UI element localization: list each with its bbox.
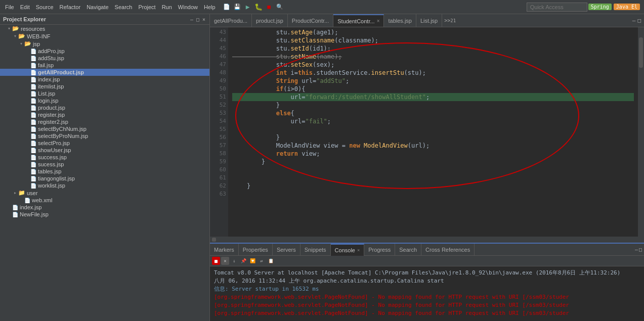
- bottom-tab-progress[interactable]: Progress: [364, 244, 395, 256]
- quick-access-input[interactable]: [527, 3, 587, 12]
- bottom-tabs: MarkersPropertiesServersSnippetsConsole×…: [210, 244, 644, 256]
- editor-tab-5[interactable]: List.jsp: [416, 14, 442, 27]
- console-filter-btn[interactable]: 🔽: [248, 257, 256, 265]
- tree-item-label: register.jsp: [38, 112, 65, 118]
- tab-overflow-btn[interactable]: >>21: [442, 18, 458, 23]
- code-line: stu.setClassname(classname);: [232, 36, 634, 44]
- tree-item-index.jsp-root[interactable]: 📄index.jsp: [0, 204, 209, 211]
- tree-item-user[interactable]: ▸📁user: [0, 189, 209, 197]
- tab-close-btn[interactable]: ×: [377, 18, 380, 24]
- menu-item-refactor[interactable]: Refactor: [57, 3, 84, 11]
- tree-item-worklist.jsp[interactable]: 📄worklist.jsp: [0, 182, 209, 189]
- tree-item-success.jsp[interactable]: 📄success.jsp: [0, 154, 209, 161]
- bottom-tab-snippets[interactable]: Snippets: [300, 244, 331, 256]
- console-pin-btn[interactable]: 📌: [239, 257, 247, 265]
- tree-item-index.jsp[interactable]: 📄index.jsp: [0, 76, 209, 83]
- menu-item-file[interactable]: File: [2, 3, 17, 11]
- tree-item-List.jsp[interactable]: 📄List.jsp: [0, 90, 209, 97]
- editor-tab-4[interactable]: tables.jsp: [384, 14, 416, 27]
- code-content[interactable]: stu.setAge(age1); stu.setClassname(class…: [228, 27, 638, 237]
- console-wrap-btn[interactable]: ⇌: [257, 257, 266, 265]
- bottom-minimize-btn[interactable]: —: [635, 247, 638, 252]
- bottom-tab-markers[interactable]: Markers: [210, 244, 239, 256]
- editor-tab-0[interactable]: getAllProdu...: [210, 14, 252, 27]
- tree-item-itemlist.jsp[interactable]: 📄itemlist.jsp: [0, 83, 209, 90]
- tree-item-web-inf[interactable]: ▾📂WEB-INF: [0, 32, 209, 40]
- tree-item-label: addPro.jsp: [38, 48, 65, 54]
- line-number: 51: [212, 93, 226, 101]
- tree-item-selectPro.jsp[interactable]: 📄selectPro.jsp: [0, 140, 209, 147]
- bottom-maximize-btn[interactable]: □: [639, 247, 642, 252]
- file-icon: 📄: [30, 49, 36, 54]
- console-content: Tomcat v8.0 Server at localhost [Apache …: [210, 266, 644, 321]
- file-icon: 📄: [30, 84, 36, 89]
- horizontal-scrollbar[interactable]: [210, 237, 644, 243]
- tree-item-register2.jsp[interactable]: 📄register2.jsp: [0, 118, 209, 125]
- tree-item-fail.jsp[interactable]: 📄fail.jsp: [0, 62, 209, 69]
- menu-item-edit[interactable]: Edit: [17, 3, 33, 11]
- stop-icon[interactable]: ■: [264, 2, 274, 12]
- menu-item-source[interactable]: Source: [33, 3, 57, 11]
- tree-item-register.jsp[interactable]: 📄register.jsp: [0, 111, 209, 118]
- folder-arrow-icon: ▾: [6, 26, 12, 32]
- tree-item-resources[interactable]: ▾📂resources: [0, 25, 209, 32]
- search-toolbar-icon[interactable]: 🔍: [275, 2, 285, 12]
- tree-item-showUser.jsp[interactable]: 📄showUser.jsp: [0, 147, 209, 154]
- tree-item-NewFile.jsp[interactable]: 📄NewFile.jsp: [0, 211, 209, 218]
- scrollbar-thumb: [639, 37, 643, 68]
- tree-item-label: fail.jsp: [38, 62, 54, 68]
- tree-item-jsp[interactable]: ▾📂jsp: [0, 40, 209, 48]
- sidebar-minimize-btn[interactable]: —: [189, 17, 194, 22]
- sidebar-close-btn[interactable]: ×: [201, 17, 206, 22]
- line-number: 53: [212, 109, 226, 117]
- line-number: 43: [212, 28, 226, 36]
- bottom-tab-servers[interactable]: Servers: [273, 244, 300, 256]
- tab-label: product.jsp: [256, 18, 283, 24]
- tab-maximize-btn[interactable]: □: [636, 17, 642, 24]
- menu-item-window[interactable]: Window: [175, 3, 201, 11]
- new-icon[interactable]: 📄: [222, 2, 232, 12]
- menu-item-help[interactable]: Help: [201, 3, 219, 11]
- console-scroll-btn[interactable]: ↓: [230, 257, 238, 265]
- tree-item-sucess.jsp[interactable]: 📄sucess.jsp: [0, 161, 209, 168]
- tree-item-label: List.jsp: [38, 90, 55, 97]
- editor-area: getAllProdu...product.jspProductContr...…: [210, 14, 644, 243]
- console-line: [org.springframework.web.servlet.PageNot…: [214, 309, 640, 317]
- debug-icon[interactable]: 🐛: [253, 2, 264, 12]
- bottom-tab-properties[interactable]: Properties: [239, 244, 273, 256]
- console-clear-btn[interactable]: ✕: [221, 257, 229, 265]
- editor-scrollbar[interactable]: [638, 27, 644, 237]
- bottom-tab-cross-references[interactable]: Cross References: [421, 244, 475, 256]
- tree-item-web.xml[interactable]: 📄web.xml: [0, 197, 209, 204]
- bottom-tab-close-btn[interactable]: ×: [357, 248, 360, 253]
- console-stop-btn[interactable]: ■: [212, 257, 220, 265]
- tab-minimize-btn[interactable]: —: [631, 17, 637, 24]
- tree-item-tiangonglist.jsp[interactable]: 📄tiangonglist.jsp: [0, 175, 209, 182]
- tree-item-getAllProduct.jsp[interactable]: 📄getAllProduct.jsp: [0, 69, 209, 76]
- file-icon: 📄: [30, 183, 36, 189]
- editor-tab-1[interactable]: product.jsp: [252, 14, 288, 27]
- tree-item-tables.jsp[interactable]: 📄tables.jsp: [0, 168, 209, 175]
- menu-item-search[interactable]: Search: [112, 3, 136, 11]
- tree-item-selectByProNum.jsp[interactable]: 📄selectByProNum.jsp: [0, 132, 209, 140]
- menu-item-run[interactable]: Run: [159, 3, 175, 11]
- console-copy-btn[interactable]: 📋: [267, 257, 275, 265]
- bottom-tab-search[interactable]: Search: [395, 244, 421, 256]
- sidebar-maximize-btn[interactable]: □: [195, 17, 200, 22]
- tree-item-product.jsp[interactable]: 📄product.jsp: [0, 104, 209, 111]
- tree-item-selectByChNum.jsp[interactable]: 📄selectByChNum.jsp: [0, 125, 209, 132]
- tree-item-addStu.jsp[interactable]: 📄addStu.jsp: [0, 55, 209, 62]
- editor-tab-2[interactable]: ProductContr...: [288, 14, 333, 27]
- folder-arrow-icon: ▾: [18, 41, 24, 47]
- tree-item-login.jsp[interactable]: 📄login.jsp: [0, 97, 209, 104]
- console-toolbar: ■ ✕ ↓ 📌 🔽 ⇌ 📋: [210, 256, 644, 266]
- file-icon: 📄: [30, 105, 36, 111]
- file-icon: 📄: [12, 212, 18, 217]
- bottom-tab-console[interactable]: Console×: [331, 244, 365, 256]
- run-icon[interactable]: ▶: [243, 2, 253, 12]
- menu-item-navigate[interactable]: Navigate: [83, 3, 111, 11]
- save-icon[interactable]: 💾: [232, 2, 242, 12]
- editor-tab-3[interactable]: StudentContr...×: [333, 14, 384, 27]
- menu-item-project[interactable]: Project: [135, 3, 158, 11]
- tree-item-addPro.jsp[interactable]: 📄addPro.jsp: [0, 48, 209, 55]
